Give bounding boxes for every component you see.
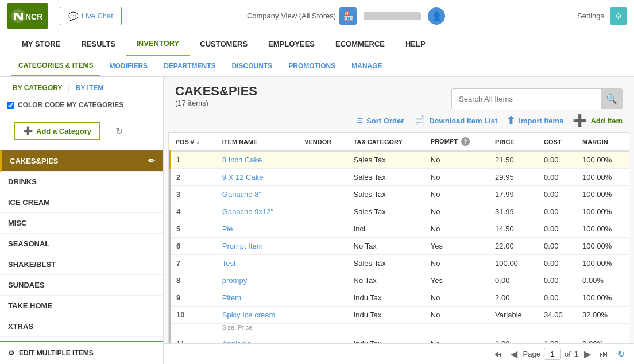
top-center: Company View (All Stores) 🏪 👤 xyxy=(122,7,570,25)
cell-item-name[interactable]: Spicy Ice cream xyxy=(217,307,299,324)
cell-item-name[interactable]: Test xyxy=(217,255,299,272)
panel-title-area: CAKES&PIES (17 items) xyxy=(175,84,257,107)
cell-pos: 7 xyxy=(170,255,217,272)
cell-vendor xyxy=(299,289,347,307)
table-row[interactable]: 7TestSales TaxNo100.000.00100.00% xyxy=(170,255,629,272)
category-item-sundaes[interactable]: SUNDAES xyxy=(0,275,163,296)
table-row[interactable]: 8prompyNo TaxYes0.000.000.00% xyxy=(170,272,629,289)
cell-tax: No Tax xyxy=(348,238,425,255)
col-price[interactable]: PRICE xyxy=(489,133,538,151)
table-row[interactable]: 18 Inch CakeSales TaxNo21.500.00100.00% xyxy=(170,151,629,169)
cell-item-name[interactable]: 8 Inch Cake xyxy=(217,151,299,169)
next-page-button[interactable]: ▶ xyxy=(582,347,593,361)
page-input[interactable] xyxy=(544,348,561,360)
store-icon-btn[interactable]: 🏪 xyxy=(339,7,357,25)
sidebar-footer[interactable]: ⚙ EDIT MULTIPLE ITEMS xyxy=(0,341,163,364)
tab-by-item[interactable]: BY ITEM xyxy=(70,82,109,94)
cell-item-name[interactable]: Pie xyxy=(217,220,299,238)
table-row[interactable]: 29 X 12 CakeSales TaxNo29.950.00100.00% xyxy=(170,169,629,186)
table-row[interactable]: 4Ganache 9x12"Sales TaxNo31.990.00100.00… xyxy=(170,203,629,220)
download-list-button[interactable]: 📄 Download Item List xyxy=(413,114,497,127)
refresh-icon[interactable]: ↻ xyxy=(112,124,126,138)
add-category-button[interactable]: Add a Category xyxy=(14,122,100,140)
search-bar: 🔍 xyxy=(451,88,623,109)
cell-price: 21.50 xyxy=(489,151,538,169)
cell-price: 31.99 xyxy=(489,203,538,220)
category-item-shake-blst[interactable]: SHAKE/BLST xyxy=(0,254,163,275)
cell-margin: 100.00% xyxy=(577,169,629,186)
tab-by-category[interactable]: BY CATEGORY xyxy=(7,82,68,94)
category-item-seasonal[interactable]: SEASONAL xyxy=(0,234,163,254)
category-item-misc[interactable]: MISC xyxy=(0,213,163,234)
cell-item-name[interactable]: Pitem xyxy=(217,289,299,307)
nav-results[interactable]: RESULTS xyxy=(71,32,126,56)
first-page-button[interactable]: ⏮ xyxy=(491,348,505,361)
cell-item-name[interactable]: 9 X 12 Cake xyxy=(217,169,299,186)
live-chat-button[interactable]: Live Chat xyxy=(60,7,122,25)
col-tax-category[interactable]: TAX CATEGORY xyxy=(348,133,425,151)
cell-tax: Indu Tax xyxy=(348,289,425,307)
col-item-name[interactable]: ITEM NAME xyxy=(217,133,299,151)
edit-icon-cakes-pies[interactable]: ✏ xyxy=(148,156,155,165)
cell-notes: Size, Price xyxy=(217,324,629,335)
category-item-cakes-pies[interactable]: CAKES&PIES ✏ xyxy=(0,150,163,172)
cell-item-name[interactable]: Applepie xyxy=(217,335,299,344)
prompt-help-icon[interactable]: ? xyxy=(461,137,470,146)
cell-item-name[interactable]: Prompt Item xyxy=(217,238,299,255)
cell-prompt: No xyxy=(425,255,489,272)
table-row[interactable]: 5PieInclNo14.500.00100.00% xyxy=(170,220,629,238)
search-input[interactable] xyxy=(452,95,601,103)
nav-employees[interactable]: EMPLOYEES xyxy=(258,32,325,56)
cell-item-name[interactable]: prompy xyxy=(217,272,299,289)
subnav-discounts[interactable]: DISCOUNTS xyxy=(225,56,280,76)
nav-help[interactable]: HELP xyxy=(395,32,436,56)
table-row[interactable]: 6Prompt ItemNo TaxYes22.000.00100.00% xyxy=(170,238,629,255)
cell-margin: 100.00% xyxy=(577,238,629,255)
col-prompt[interactable]: PROMPT ? xyxy=(425,133,489,151)
cell-item-name[interactable]: Ganache 8" xyxy=(217,186,299,203)
add-item-button[interactable]: ➕ Add Item xyxy=(573,114,623,127)
sort-order-button[interactable]: ≡ Sort Order xyxy=(357,115,404,127)
color-code-checkbox[interactable] xyxy=(7,102,14,109)
cell-item-name[interactable]: Ganache 9x12" xyxy=(217,203,299,220)
import-items-button[interactable]: ⬆ Import Items xyxy=(507,114,563,127)
cell-tax: Incl xyxy=(348,220,425,238)
subnav-promotions[interactable]: PROMOTIONS xyxy=(281,56,342,76)
cell-price: 0.00 xyxy=(489,272,538,289)
action-bar: ≡ Sort Order 📄 Download Item List ⬆ Impo… xyxy=(164,109,634,132)
category-item-food[interactable]: Food xyxy=(0,337,163,341)
category-item-drinks[interactable]: DRINKS xyxy=(0,172,163,192)
nav-ecommerce[interactable]: ECOMMERCE xyxy=(325,32,395,56)
cell-pos: 10 xyxy=(170,307,217,324)
edit-multiple-label: EDIT MULTIPLE ITEMS xyxy=(19,349,94,357)
page-label: Page xyxy=(523,350,540,358)
search-button[interactable]: 🔍 xyxy=(601,88,622,109)
col-margin[interactable]: MARGIN xyxy=(577,133,629,151)
col-pos[interactable]: POS # xyxy=(170,133,217,151)
pagination-refresh-button[interactable]: ↻ xyxy=(617,348,625,359)
subnav-departments[interactable]: DEPARTMENTS xyxy=(157,56,222,76)
cell-cost: 0.00 xyxy=(538,289,577,307)
category-item-ice-cream[interactable]: ICE CREAM xyxy=(0,192,163,213)
nav-my-store[interactable]: MY STORE xyxy=(11,32,71,56)
prev-page-button[interactable]: ◀ xyxy=(508,347,520,361)
settings-link[interactable]: Settings xyxy=(577,11,604,20)
subnav-modifiers[interactable]: MODIFIERS xyxy=(102,56,154,76)
table-row[interactable]: 9PitemIndu TaxNo2.000.00100.00% xyxy=(170,289,629,307)
col-cost[interactable]: COST xyxy=(538,133,577,151)
table-row[interactable]: 11ApplepieIndu TaxNo1.001.000.00% xyxy=(170,335,629,344)
color-code-row: COLOR CODE MY CATEGORIES xyxy=(0,99,163,114)
last-page-button[interactable]: ⏭ xyxy=(597,348,610,361)
category-item-take-home[interactable]: TAKE HOME xyxy=(0,296,163,316)
subnav-categories-items[interactable]: CATEGORIES & ITEMS xyxy=(11,56,100,76)
table-row[interactable]: 10Spicy Ice creamIndu TaxNoVariable34.00… xyxy=(170,307,629,324)
col-vendor[interactable]: VENDOR xyxy=(299,133,347,151)
nav-inventory[interactable]: INVENTORY xyxy=(126,32,190,56)
user-avatar[interactable]: 👤 xyxy=(428,7,445,25)
color-code-label: COLOR CODE MY CATEGORIES xyxy=(18,101,123,109)
table-row[interactable]: 3Ganache 8"Sales TaxNo17.990.00100.00% xyxy=(170,186,629,203)
nav-customers[interactable]: CUSTOMERS xyxy=(190,32,258,56)
subnav-manage[interactable]: MANAGE xyxy=(345,56,389,76)
category-item-xtras[interactable]: XTRAS xyxy=(0,316,163,337)
settings-icon-btn[interactable]: ⚙ xyxy=(610,7,627,25)
